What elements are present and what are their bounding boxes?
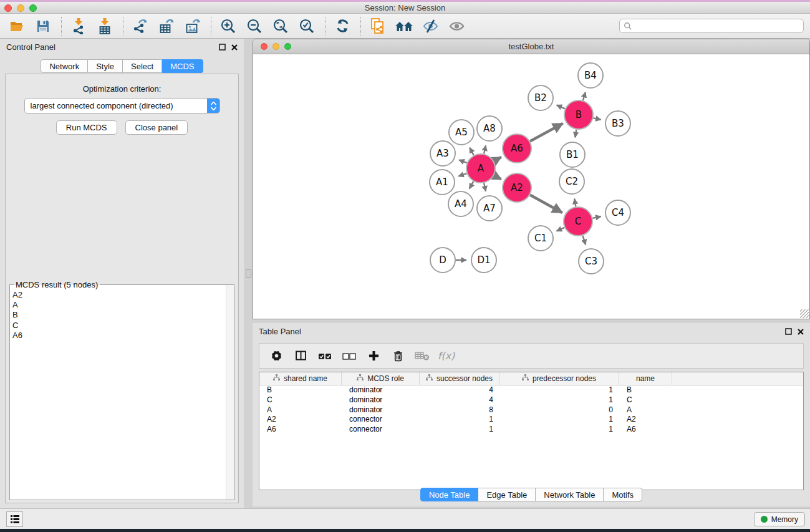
node-C3[interactable]: C3 (579, 249, 604, 274)
run-mcds-button[interactable]: Run MCDS (56, 120, 117, 135)
column-header-mcds-role[interactable]: MCDS role (342, 372, 420, 385)
result-item-b[interactable]: B (12, 310, 230, 320)
node-C[interactable]: C (564, 207, 592, 236)
optimization-criterion-dropdown[interactable]: largest connected component (directed) (24, 98, 220, 114)
network-zoom-icon[interactable] (284, 43, 291, 50)
edge-A-A1[interactable] (458, 173, 466, 177)
edge-B-B2[interactable] (557, 105, 565, 109)
zoom-window-icon[interactable] (29, 4, 37, 12)
edge-A-A5[interactable] (470, 148, 473, 155)
export-network-icon[interactable] (130, 16, 151, 36)
export-image-icon[interactable] (182, 16, 203, 36)
import-table-icon[interactable] (94, 16, 115, 36)
column-header-successor-nodes[interactable]: successor nodes (420, 372, 499, 385)
edge-A6-B[interactable] (530, 123, 562, 142)
close-panel-button[interactable]: Close panel (125, 120, 188, 135)
refresh-layout-icon[interactable] (332, 16, 353, 36)
tab-mcds[interactable]: MCDS (162, 59, 203, 73)
select-all-icon[interactable] (316, 347, 334, 365)
edge-B-B1[interactable] (575, 130, 576, 138)
import-network-icon[interactable] (68, 16, 89, 36)
node-A3[interactable]: A3 (430, 141, 455, 166)
tab-network-table[interactable]: Network Table (536, 488, 604, 501)
hide-selected-icon[interactable] (420, 16, 441, 36)
node-B3[interactable]: B3 (605, 111, 630, 136)
network-from-file-icon[interactable] (367, 16, 388, 36)
column-header-shared-name[interactable]: shared name (259, 372, 342, 385)
edge-C-C1[interactable] (557, 228, 565, 231)
node-C2[interactable]: C2 (559, 169, 584, 194)
edge-A-A8[interactable] (484, 145, 486, 153)
edge-B-B3[interactable] (593, 118, 600, 120)
node-D1[interactable]: D1 (471, 248, 496, 273)
function-builder-icon[interactable]: f(x) (437, 347, 456, 365)
node-D[interactable]: D (430, 248, 455, 273)
task-history-button[interactable] (6, 511, 23, 527)
node-B[interactable]: B (564, 100, 593, 129)
zoom-in-icon[interactable] (218, 16, 239, 36)
tab-network[interactable]: Network (41, 59, 88, 73)
zoom-out-icon[interactable] (244, 16, 265, 36)
edge-C-C4[interactable] (592, 216, 600, 218)
tab-motifs[interactable]: Motifs (604, 488, 642, 501)
close-panel-icon[interactable] (798, 329, 804, 335)
node-A8[interactable]: A8 (477, 116, 502, 141)
table-row[interactable]: Adominator80A (259, 405, 803, 415)
float-panel-icon[interactable] (219, 44, 226, 51)
node-table[interactable]: shared nameMCDS rolesuccessor nodesprede… (259, 372, 804, 490)
network-canvas[interactable]: B4B2BB3A5A8A6A3B1AA1C2A2A4A7C4CC1C3DD1 (253, 54, 809, 319)
tab-style[interactable]: Style (88, 59, 123, 73)
memory-button[interactable]: Memory (754, 512, 805, 526)
node-B1[interactable]: B1 (560, 142, 585, 167)
node-C4[interactable]: C4 (605, 200, 630, 225)
main-titlebar[interactable]: Session: New Session (0, 2, 810, 14)
search-input[interactable] (632, 22, 803, 31)
edge-A-A3[interactable] (459, 160, 467, 163)
table-row[interactable]: A6connector11A6 (259, 425, 803, 435)
home-layout-icon[interactable] (393, 16, 415, 36)
result-item-c[interactable]: C (12, 321, 230, 331)
result-item-a[interactable]: A (12, 300, 230, 310)
network-close-icon[interactable] (261, 43, 268, 50)
resize-grip-icon[interactable] (800, 309, 809, 318)
export-table-icon[interactable] (156, 16, 177, 36)
node-B2[interactable]: B2 (528, 85, 553, 110)
column-header-predecessor-nodes[interactable]: predecessor nodes (499, 372, 619, 385)
tab-node-table[interactable]: Node Table (420, 488, 479, 501)
node-A2[interactable]: A2 (503, 173, 531, 202)
result-item-a2[interactable]: A2 (12, 290, 230, 300)
node-A6[interactable]: A6 (503, 134, 531, 163)
network-window-titlebar[interactable]: testGlobe.txt (253, 39, 809, 54)
table-row[interactable]: A2connector11A2 (259, 415, 803, 425)
float-panel-icon[interactable] (785, 328, 792, 335)
close-window-icon[interactable] (4, 4, 12, 12)
close-panel-icon[interactable] (231, 44, 238, 51)
zoom-selected-icon[interactable] (296, 16, 317, 36)
zoom-fit-icon[interactable] (270, 16, 291, 36)
network-minimize-icon[interactable] (272, 43, 279, 50)
edge-A-A7[interactable] (484, 183, 486, 191)
node-A[interactable]: A (466, 154, 495, 183)
edge-A-A2[interactable] (494, 175, 501, 179)
node-A5[interactable]: A5 (449, 120, 474, 145)
add-column-icon[interactable] (364, 347, 383, 365)
settings-gear-icon[interactable] (267, 347, 286, 365)
search-field[interactable] (619, 19, 804, 33)
minimize-window-icon[interactable] (17, 4, 24, 12)
edge-A2-C[interactable] (530, 195, 562, 213)
result-scrollbar[interactable] (226, 285, 234, 500)
node-A1[interactable]: A1 (430, 170, 455, 195)
mcds-result-list[interactable]: A2ABCA6 (10, 285, 234, 341)
edge-C-C3[interactable] (582, 236, 586, 245)
tab-select[interactable]: Select (123, 59, 162, 73)
column-header-name[interactable]: name (619, 372, 672, 385)
delete-table-icon[interactable] (413, 347, 432, 365)
deselect-all-icon[interactable] (340, 347, 359, 365)
splitpane-divider-handle[interactable] (246, 269, 251, 278)
table-row[interactable]: Cdominator41C (259, 395, 803, 405)
open-session-icon[interactable] (6, 16, 27, 36)
node-A7[interactable]: A7 (477, 196, 502, 221)
node-A4[interactable]: A4 (448, 191, 473, 216)
save-session-icon[interactable] (32, 16, 54, 36)
show-all-icon[interactable] (446, 16, 467, 36)
